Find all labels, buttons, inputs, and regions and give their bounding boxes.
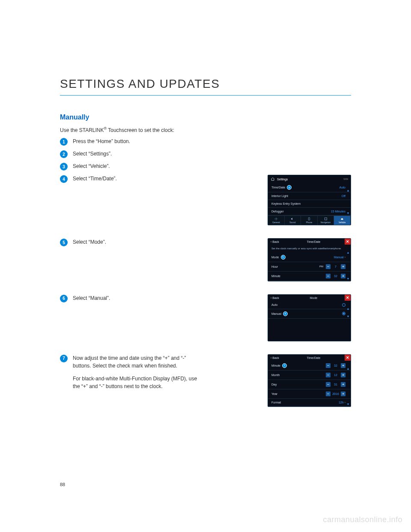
step-5: 5 Select “Mode”. (60, 238, 206, 246)
radio-unselected-icon[interactable] (342, 303, 345, 307)
back-button[interactable]: ‹ Back (271, 296, 279, 299)
timedate-row-hour: Hour PM − 7 + (268, 262, 351, 272)
svg-point-4 (342, 220, 343, 220)
plus-button[interactable]: + (341, 274, 345, 278)
plus-button[interactable]: + (341, 392, 345, 396)
settings-header-label: Settings (277, 178, 288, 181)
tab-sound[interactable]: Sound (285, 216, 301, 225)
adjust-row-year: Year − 2016 + (268, 389, 351, 399)
step-6: 6 Select “Manual”. (60, 294, 206, 302)
mode-header: Mode (279, 296, 348, 299)
adjust-row-minute: Minute 7 − 32 + (268, 361, 351, 371)
step-text-5: Select “Mode”. (73, 238, 106, 246)
step-badge-6: 6 (60, 295, 68, 302)
timedate-row-minute: Minute − 32 + (268, 272, 351, 281)
gear-icon (274, 217, 278, 221)
step-text-7: Now adjust the time and date using the “… (73, 354, 206, 370)
minus-button[interactable]: − (326, 264, 331, 269)
settings-row-timedate[interactable]: Time/Date 4 Auto (268, 183, 351, 192)
scroll-down-icon[interactable]: ▼ (346, 212, 350, 215)
settings-row-defogger[interactable]: Defogger 15 Minutes (268, 208, 351, 215)
callout-6: 6 (283, 311, 288, 316)
step-3: 3 Select “Vehicle”. (60, 162, 351, 170)
tab-phone[interactable]: Phone (301, 216, 318, 225)
title-divider (60, 95, 351, 96)
plus-button[interactable]: + (341, 264, 345, 269)
plus-button[interactable]: + (341, 382, 345, 387)
svg-point-3 (341, 220, 342, 220)
timedate-hint: Set the clock manually or auto sync with… (268, 245, 351, 253)
page-number: 88 (60, 482, 65, 487)
step-badge-7: 7 (60, 355, 68, 362)
step-text-4: Select “Time/Date”. (73, 175, 117, 182)
page-title: SETTINGS AND UPDATES (60, 77, 351, 91)
step-badge-3: 3 (60, 163, 68, 170)
step-1: 1 Press the “Home” button. (60, 137, 351, 146)
close-icon[interactable]: ✕ (345, 355, 351, 361)
back-button[interactable]: ‹ Back (271, 356, 279, 359)
section-title: Manually (60, 114, 351, 121)
scroll-up-icon[interactable]: ▲ (346, 307, 350, 310)
timedate-header: Time/Date (279, 240, 348, 243)
step-7: 7 Now adjust the time and date using the… (60, 354, 206, 390)
callout-4: 4 (287, 185, 292, 190)
screenshot-mode: ‹ Back Mode ✕ Auto Manual 6 (268, 294, 351, 341)
step-2: 2 Select “Settings”. (60, 150, 351, 158)
vehicle-icon (340, 217, 344, 221)
phone-icon (307, 217, 311, 221)
timedate-row-mode[interactable]: Mode 5 Manual› (268, 253, 351, 262)
svg-rect-1 (308, 218, 310, 220)
scroll-down-icon[interactable]: ▼ (346, 315, 350, 318)
plus-button[interactable]: + (341, 363, 345, 368)
screenshot-settings: Settings SXM Time/Date 4 Auto Interior L… (268, 175, 351, 225)
tab-navigation[interactable]: Navigation (318, 216, 334, 225)
scroll-down-icon[interactable]: ▼ (346, 403, 350, 406)
adjust-row-format[interactable]: Format 12h› (268, 399, 351, 406)
step-4: 4 Select “Time/Date”. (60, 175, 206, 183)
radio-selected-icon[interactable] (342, 312, 345, 315)
step-text-3: Select “Vehicle”. (73, 162, 110, 170)
sxm-label: SXM (343, 178, 348, 180)
callout-7: 7 (282, 363, 287, 368)
tab-general[interactable]: General (268, 216, 285, 225)
step-text-6: Select “Manual”. (73, 294, 110, 302)
intro-text: Use the STARLINK® Touchscreen to set the… (60, 126, 351, 133)
step-text-1: Press the “Home” button. (73, 137, 130, 145)
callout-5: 5 (281, 255, 286, 260)
scroll-up-icon[interactable]: ▲ (346, 251, 350, 254)
plus-button[interactable]: + (341, 373, 345, 377)
minus-button[interactable]: − (326, 392, 331, 396)
minus-button[interactable]: − (326, 382, 331, 387)
tab-vehicle[interactable]: Vehicle (334, 216, 351, 225)
adjust-row-day: Day − 31 + (268, 380, 351, 389)
mode-row-manual[interactable]: Manual 6 (268, 309, 351, 319)
step-subtext-7: For black-and-white Multi-Function Displ… (73, 375, 206, 390)
svg-point-0 (276, 218, 277, 219)
sound-icon (291, 217, 294, 221)
back-button[interactable]: ‹ Back (271, 240, 279, 243)
scroll-up-icon[interactable]: ▲ (346, 189, 350, 192)
step-badge-5: 5 (60, 239, 68, 246)
minus-button[interactable]: − (326, 363, 331, 368)
adjust-row-month: Month − 12 + (268, 371, 351, 380)
step-badge-1: 1 (60, 138, 68, 146)
step-badge-2: 2 (60, 150, 68, 158)
close-icon[interactable]: ✕ (345, 295, 351, 301)
settings-row-keyless[interactable]: Keyless Entry System (268, 200, 351, 208)
nav-icon (324, 217, 328, 221)
screenshot-adjust: ‹ Back Time/Date ✕ Minute 7 − 32 + (268, 354, 351, 407)
minus-button[interactable]: − (326, 373, 331, 377)
settings-row-interior[interactable]: Interior Light Off (268, 192, 351, 200)
screenshot-timedate: ‹ Back Time/Date ✕ Set the clock manuall… (268, 238, 351, 281)
step-badge-4: 4 (60, 175, 68, 183)
settings-tabbar: General Sound Phone Navigation (268, 215, 351, 225)
home-icon (271, 177, 275, 181)
step-text-2: Select “Settings”. (73, 150, 112, 158)
close-icon[interactable]: ✕ (345, 239, 351, 245)
scroll-up-icon[interactable]: ▲ (346, 367, 350, 370)
watermark: carmanualsonline.info (323, 515, 402, 524)
minus-button[interactable]: − (326, 274, 331, 278)
mode-row-auto[interactable]: Auto (268, 301, 351, 309)
scroll-down-icon[interactable]: ▼ (346, 277, 350, 280)
svg-rect-2 (325, 218, 327, 220)
